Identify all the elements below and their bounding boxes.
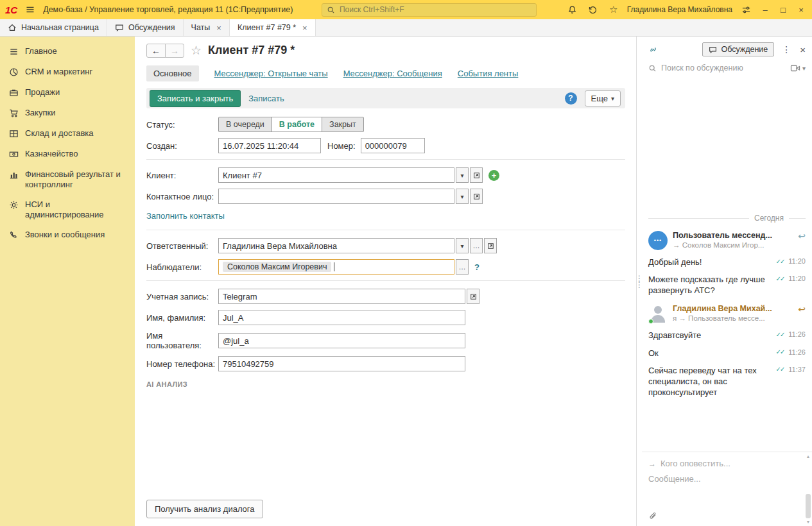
client-open-button[interactable]: [470, 167, 483, 183]
watcher-tag[interactable]: Соколов Максим Игоревич: [223, 262, 331, 272]
compose-scrollbar[interactable]: ▲ ▼: [805, 454, 811, 524]
contact-dropdown-button[interactable]: ▾: [456, 189, 469, 204]
close-button[interactable]: ×: [795, 5, 807, 15]
reply-icon[interactable]: ↩: [798, 231, 806, 241]
doc-tabs: Основное Мессенджер: Открытые чаты Мессе…: [146, 65, 627, 81]
username-input[interactable]: @jul_a: [218, 333, 465, 348]
sidebar-item-calls[interactable]: Звонки и сообщения: [0, 225, 135, 245]
ai-section-header: AI АНАЛИЗ: [146, 380, 625, 388]
user-menu[interactable]: Гладилина Вера Михайловна: [627, 5, 732, 14]
contact-open-button[interactable]: [470, 189, 483, 204]
tab-client[interactable]: Клиент #7 #79 * ×: [230, 19, 316, 36]
online-status-dot: [648, 319, 653, 324]
tab-home[interactable]: Начальная страница: [0, 19, 107, 36]
notify-input[interactable]: Кого оповестить...: [661, 459, 730, 468]
close-tab-icon[interactable]: ×: [302, 23, 307, 33]
global-search-input[interactable]: Поиск Ctrl+Shift+F: [322, 3, 537, 17]
responsible-open-button[interactable]: [484, 238, 497, 253]
message[interactable]: Сейчас переведу чат на тех специалиста, …: [648, 365, 806, 398]
responsible-dropdown-button[interactable]: ▾: [456, 238, 469, 253]
tab-feed-events[interactable]: События ленты: [458, 69, 519, 78]
tab-chats[interactable]: Чаты ×: [184, 19, 230, 36]
fullname-input[interactable]: Jul_A: [218, 310, 465, 325]
created-input[interactable]: 16.07.2025 11:20:44: [218, 138, 321, 153]
message-input[interactable]: Сообщение...: [648, 474, 701, 484]
tab-messenger-messages[interactable]: Мессенджер: Сообщения: [343, 69, 442, 78]
tab-messenger-open-chats[interactable]: Мессенджер: Открытые чаты: [214, 69, 328, 78]
sidebar-item-admin[interactable]: НСИ и администрирование: [0, 194, 135, 225]
add-client-button[interactable]: +: [488, 170, 499, 181]
chevron-down-icon: ▾: [460, 193, 463, 200]
scroll-down-icon[interactable]: ▼: [806, 520, 811, 524]
open-form-icon: [470, 293, 477, 300]
sidebar-item-main[interactable]: Главное: [0, 41, 135, 62]
scrollbar-thumb[interactable]: [806, 494, 811, 518]
get-analysis-button[interactable]: Получить анализ диалога: [146, 500, 263, 518]
number-input[interactable]: 000000079: [361, 138, 425, 153]
link-button[interactable]: [648, 45, 658, 55]
sidebar-item-crm[interactable]: CRM и маркетинг: [0, 62, 135, 82]
contact-input[interactable]: [218, 189, 454, 204]
responsible-input[interactable]: Гладилина Вера Михайловна: [218, 238, 454, 253]
minimize-button[interactable]: –: [759, 5, 771, 15]
message-author[interactable]: Гладилина Вера Михай...: [673, 304, 793, 313]
account-open-button[interactable]: [467, 289, 479, 304]
reply-icon[interactable]: ↩: [798, 304, 806, 314]
video-call-button[interactable]: ▾: [790, 64, 806, 72]
notifications-button[interactable]: [566, 3, 580, 17]
phone-input[interactable]: 79510492759: [218, 356, 465, 371]
back-button[interactable]: ←: [146, 44, 166, 58]
fill-contacts-link[interactable]: Заполнить контакты: [146, 211, 225, 221]
sliders-icon: [741, 5, 751, 15]
sidebar-item-purchases[interactable]: Закупки: [0, 103, 135, 123]
favorite-star-icon[interactable]: ☆: [191, 43, 202, 58]
message[interactable]: Можете подсказать где лучше развернуть А…: [648, 274, 806, 296]
tab-discussions[interactable]: Обсуждения: [107, 19, 184, 36]
favorites-button[interactable]: ☆: [607, 3, 621, 17]
attach-button[interactable]: [648, 512, 658, 522]
sidebar-item-warehouse[interactable]: Склад и доставка: [0, 123, 135, 144]
message-text: Ок: [648, 348, 771, 359]
sidebar-item-treasury[interactable]: Казначейство: [0, 144, 135, 164]
settings-button[interactable]: [739, 3, 753, 17]
close-tab-icon[interactable]: ×: [216, 23, 221, 33]
main-menu-button[interactable]: [23, 3, 37, 17]
watchers-input[interactable]: Соколов Максим Игоревич: [218, 259, 454, 275]
forward-button[interactable]: →: [165, 44, 184, 58]
sidebar-item-finance[interactable]: Финансовый результат и контроллинг: [0, 164, 135, 194]
status-option-closed[interactable]: Закрыт: [322, 117, 364, 132]
message-text: Здравтсвуйте: [648, 330, 771, 341]
status-option-inwork[interactable]: В работе: [272, 117, 322, 132]
client-dropdown-button[interactable]: ▾: [456, 167, 469, 183]
panel-menu-button[interactable]: ⋮: [780, 44, 793, 55]
discussion-search-input[interactable]: Поиск по обсуждению: [661, 64, 786, 72]
message[interactable]: Добрый день! ✓✓11:20: [648, 257, 806, 267]
more-button[interactable]: Еще ▾: [585, 90, 621, 106]
divider: [146, 159, 625, 160]
message[interactable]: Ок ✓✓11:26: [648, 348, 806, 359]
account-input[interactable]: Telegram: [218, 289, 465, 304]
tab-general[interactable]: Основное: [146, 65, 199, 81]
maximize-button[interactable]: □: [777, 5, 789, 15]
status-option-queued[interactable]: В очереди: [218, 117, 272, 132]
message-time: 11:37: [788, 366, 806, 373]
titlebar-actions: ☆ Гладилина Вера Михайловна – □ ×: [566, 3, 808, 17]
message[interactable]: Здравтсвуйте ✓✓11:26: [648, 330, 806, 341]
watchers-ellipsis-button[interactable]: …: [456, 259, 469, 275]
panel-close-button[interactable]: ×: [799, 44, 807, 55]
scroll-up-icon[interactable]: ▲: [806, 454, 811, 459]
client-input[interactable]: Клиент #7: [218, 167, 454, 183]
message-text: Сейчас переведу чат на тех специалиста, …: [648, 365, 771, 398]
discussion-toggle-button[interactable]: Обсуждение: [702, 42, 774, 56]
history-button[interactable]: [586, 3, 600, 17]
save-close-button[interactable]: Записать и закрыть: [150, 90, 241, 107]
chain-icon: [648, 45, 658, 55]
responsible-ellipsis-button[interactable]: …: [470, 238, 483, 253]
message-author[interactable]: Пользователь мессенд...: [673, 231, 793, 240]
save-button[interactable]: Записать: [248, 94, 284, 103]
discussion-panel: Обсуждение ⋮ × Поиск по обсуждению ▾ Сег…: [642, 37, 812, 526]
help-button[interactable]: ?: [565, 92, 577, 105]
panel-splitter[interactable]: ⋮⋮: [636, 37, 642, 526]
watchers-help-link[interactable]: ?: [474, 262, 479, 272]
sidebar-item-sales[interactable]: Продажи: [0, 82, 135, 103]
